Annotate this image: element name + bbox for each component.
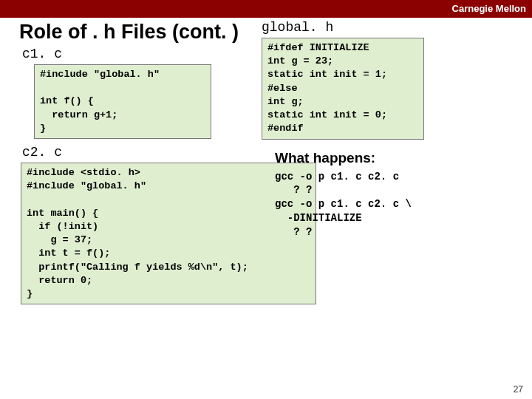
c2-label: c2. c xyxy=(22,145,248,160)
outcome-text: gcc -o p c1. c c2. c ? ? gcc -o p c1. c … xyxy=(275,170,517,239)
c1-label: c1. c xyxy=(22,47,248,61)
what-happens-label: What happens: xyxy=(275,150,517,166)
globalh-label: global. h xyxy=(262,20,517,35)
c1-code: #include "global. h" int f() { return g+… xyxy=(34,64,211,139)
content-row: c1. c #include "global. h" int f() { ret… xyxy=(19,45,517,304)
page-number: 27 xyxy=(514,384,523,395)
org-label: Carnegie Mellon xyxy=(452,3,526,14)
left-column: c1. c #include "global. h" int f() { ret… xyxy=(19,45,248,304)
right-column: global. h #ifdef INITIALIZE int g = 23; … xyxy=(262,20,517,304)
globalh-code: #ifdef INITIALIZE int g = 23; static int… xyxy=(262,38,424,140)
header-bar: Carnegie Mellon xyxy=(0,0,532,18)
slide-body: Role of . h Files (cont. ) c1. c #includ… xyxy=(0,18,532,304)
